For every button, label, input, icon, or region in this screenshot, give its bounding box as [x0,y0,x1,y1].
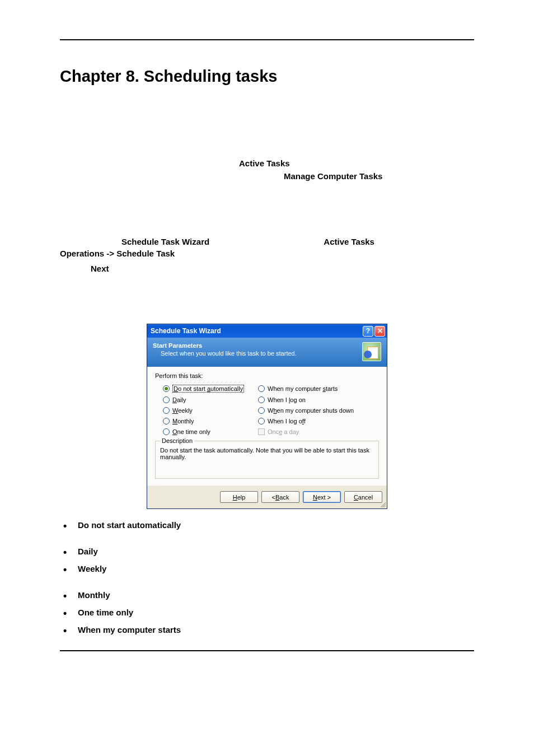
bullet-weekly: Weekly [60,564,474,573]
bullet-daily: Daily [60,547,474,556]
radio-grid: Do not start automatically When my compu… [163,385,379,435]
title-help-button[interactable]: ? [363,326,373,337]
window-title: Schedule Task Wizard [151,327,362,335]
text-schedule-task-wizard: Schedule Task Wizard [121,237,209,246]
radio-one-time-only[interactable]: One time only [163,428,258,435]
bullet-monthly: Monthly [60,590,474,600]
bullet-do-not-start: Do not start automatically [60,520,474,530]
checkbox-icon [258,428,265,435]
wizard-header-title: Start Parameters [153,342,381,349]
top-divider [60,39,474,40]
checkbox-once-a-day: Once a day [258,428,359,435]
help-button[interactable]: Help [220,491,258,503]
bullet-list: Do not start automatically Daily Weekly … [60,520,474,634]
radio-monthly[interactable]: Monthly [163,418,258,424]
radio-when-log-on[interactable]: When I log on [258,396,359,403]
radio-weekly[interactable]: Weekly [163,407,258,414]
title-close-button[interactable]: ✕ [374,326,385,337]
wizard-header: Start Parameters Select when you would l… [147,338,387,367]
bullet-one-time-only: One time only [60,608,474,617]
wizard-body: Perform this task: Do not start automati… [147,367,387,486]
radio-icon [163,407,170,414]
page-title: Chapter 8. Scheduling tasks [60,67,474,86]
perform-task-label: Perform this task: [155,372,379,379]
description-text: Do not start the task automatically. Not… [160,447,374,460]
cancel-button[interactable]: Cancel [344,491,382,503]
radio-icon [163,385,170,392]
radio-icon [258,385,265,392]
radio-do-not-start-automatically[interactable]: Do not start automatically [163,385,258,393]
text-next: Next [91,264,474,273]
radio-icon [258,418,265,424]
next-button[interactable]: Next > [303,491,341,503]
radio-icon [163,428,170,435]
text-operations-schedule-task: Operations -> Schedule Task [60,249,474,258]
wizard-header-subtitle: Select when you would like this task to … [161,350,381,357]
button-row: Help < Back Next > Cancel [147,486,387,508]
line-schedule-wizard: Schedule Task Wizard Active Tasks [60,237,474,246]
radio-icon [163,418,170,424]
radio-when-computer-starts[interactable]: When my computer starts [258,385,359,393]
radio-icon [258,396,265,403]
radio-icon [163,396,170,403]
description-group-label: Description [160,437,194,444]
description-group: Description Do not start the task automa… [155,441,379,479]
radio-when-log-off[interactable]: When I log off [258,418,359,424]
title-bar[interactable]: Schedule Task Wizard ? ✕ [147,324,387,338]
resize-grip-icon[interactable] [379,501,386,507]
schedule-icon [362,342,381,361]
radio-daily[interactable]: Daily [163,396,258,403]
back-button[interactable]: < Back [261,491,299,503]
radio-when-computer-shuts-down[interactable]: When my computer shuts down [258,407,359,414]
text-active-tasks-2: Active Tasks [324,237,374,246]
bullet-when-computer-starts: When my computer starts [60,625,474,634]
text-active-tasks: Active Tasks [239,158,474,168]
radio-icon [258,407,265,414]
schedule-task-wizard-dialog: Schedule Task Wizard ? ✕ Start Parameter… [147,324,387,509]
bottom-divider [60,650,474,651]
text-manage-computer-tasks: Manage Computer Tasks [284,171,474,181]
